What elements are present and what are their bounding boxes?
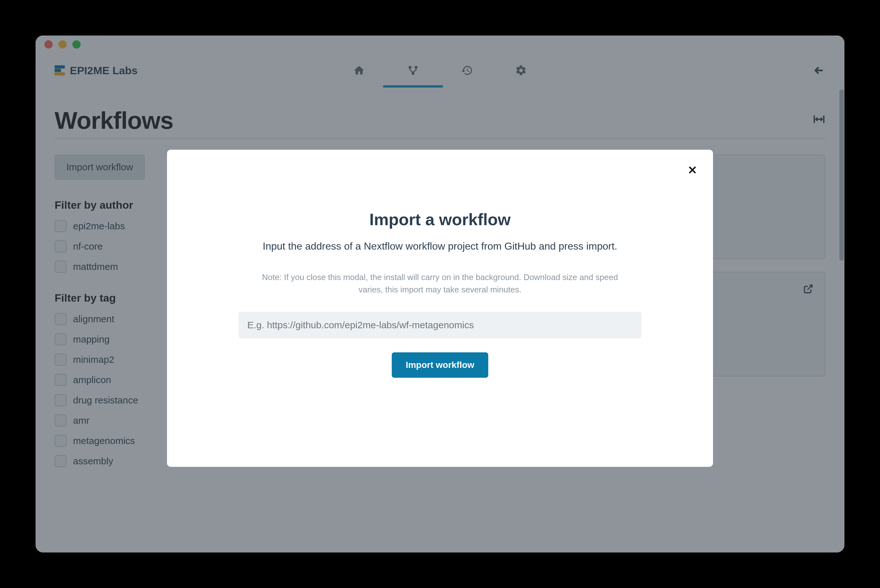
modal-title: Import a workflow bbox=[183, 210, 697, 229]
app-window: EPI2ME Labs Workflows bbox=[36, 36, 844, 552]
workflow-url-input[interactable] bbox=[238, 312, 642, 338]
import-workflow-submit-button[interactable]: Import workflow bbox=[392, 352, 488, 378]
modal-subtitle: Input the address of a Nextflow workflow… bbox=[183, 240, 697, 252]
modal-note: Note: If you close this modal, the insta… bbox=[250, 271, 630, 296]
import-workflow-modal: ✕ Import a workflow Input the address of… bbox=[167, 150, 713, 467]
close-icon[interactable]: ✕ bbox=[687, 164, 697, 177]
modal-overlay: ✕ Import a workflow Input the address of… bbox=[36, 36, 844, 552]
